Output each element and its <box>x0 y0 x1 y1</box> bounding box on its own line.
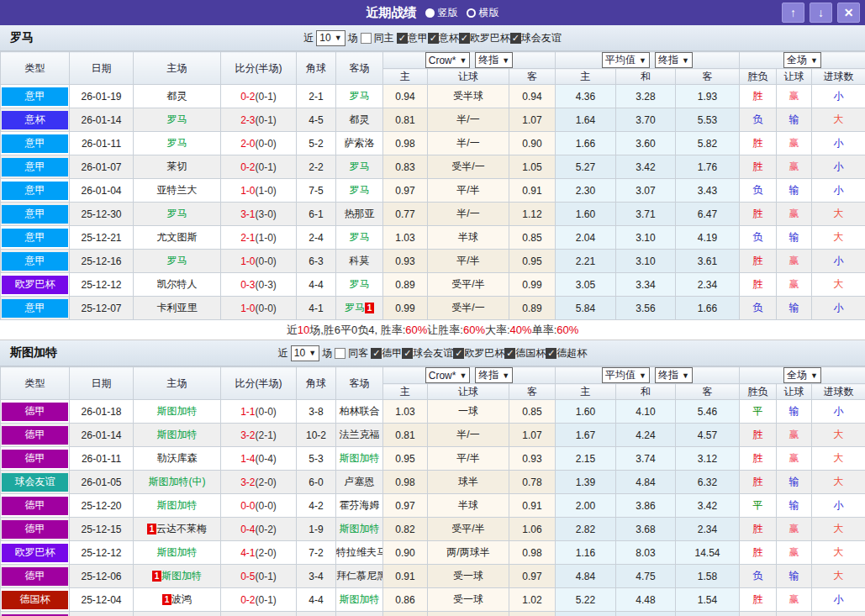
league-checkbox-欧罗巴杯[interactable] <box>459 33 470 44</box>
final-index-select[interactable]: 终指▼ <box>655 367 693 383</box>
col-avg-away: 客 <box>676 384 740 400</box>
league-type-cell: 意杯 <box>1 108 70 132</box>
table-row: 德甲26-01-14斯图加特3-2(2-1)10-2法兰克福0.81半/一1.0… <box>1 424 865 447</box>
away-team-name: 霍芬海姆 <box>340 499 380 511</box>
layout-radio-vertical[interactable]: 竖版 <box>425 6 458 20</box>
col-home: 主场 <box>134 52 221 85</box>
col-avg-home: 主 <box>556 69 616 85</box>
average-select[interactable]: 平均值▼ <box>602 52 650 68</box>
full-match-select[interactable]: 全场▼ <box>783 367 821 383</box>
final-index-select[interactable]: 终指▼ <box>655 52 693 68</box>
date-cell: 26-01-14 <box>70 424 134 447</box>
league-checkbox-label: 球会友谊 <box>413 346 453 361</box>
league-type-badge: 意甲 <box>2 252 68 271</box>
filter-bar: 近 10▼ 场 同主 意甲意杯欧罗巴杯球会友谊 <box>0 30 865 46</box>
league-type-cell: 德甲 <box>1 494 70 518</box>
score-cell: 0-5(0-1) <box>221 565 297 588</box>
league-checkbox-德甲[interactable] <box>371 348 382 359</box>
avg-home-odds: 2.30 <box>556 179 616 203</box>
table-row: 意甲26-01-04亚特兰大1-0(1-0)7-5罗马0.97平/半0.912.… <box>1 179 865 203</box>
result-cell: 胜 <box>740 273 777 297</box>
handicap-result-cell: 赢 <box>777 541 812 565</box>
handicap-cell: 受半/一 <box>428 155 509 179</box>
league-type-cell: 德甲 <box>1 447 70 471</box>
away-team-name: 科莫 <box>350 255 370 266</box>
final-index-select[interactable]: 终指▼ <box>475 367 513 383</box>
goals-result-cell: 大 <box>812 447 865 471</box>
same-venue-checkbox[interactable] <box>361 33 372 44</box>
league-checkbox-德国杯[interactable] <box>504 348 515 359</box>
full-match-select[interactable]: 全场▼ <box>783 52 821 68</box>
fulltime-score: 0-2 <box>240 594 255 606</box>
away-team-name: 萨索洛 <box>345 137 375 149</box>
league-checkbox-意杯[interactable] <box>428 33 439 44</box>
corner-cell: 7-2 <box>297 541 336 565</box>
avg-home-odds: 3.05 <box>556 273 616 297</box>
summary-text: 60% <box>463 324 485 336</box>
corner-cell: 2-2 <box>297 155 336 179</box>
halftime-score: (1-0) <box>256 185 277 197</box>
layout-radio-horizontal[interactable]: 横版 <box>467 6 499 20</box>
close-button[interactable]: ✕ <box>837 3 860 23</box>
handicap-cell: 半/一 <box>428 108 509 132</box>
home-team-cell: 1波鸿 <box>134 588 221 612</box>
date-cell: 26-01-18 <box>70 400 134 424</box>
avg-away-odds: 2.34 <box>676 273 740 297</box>
score-cell: 1-0(0-0) <box>221 250 297 273</box>
scroll-down-button[interactable]: ↓ <box>810 3 832 23</box>
handicap-cell: 半/一 <box>428 424 509 447</box>
avg-away-odds: 1.58 <box>676 565 740 588</box>
league-checkbox-意甲[interactable] <box>397 33 408 44</box>
home-team-cell: 斯图加特 <box>134 494 221 518</box>
average-select[interactable]: 平均值▼ <box>602 367 650 383</box>
avg-home-odds: 2.21 <box>556 250 616 273</box>
result-cell: 负 <box>740 565 777 588</box>
recent-count-select[interactable]: 10▼ <box>291 345 319 361</box>
crow-home-odds: 0.99 <box>383 297 428 320</box>
away-team-name: 卢塞恩 <box>345 476 375 487</box>
col-away: 客场 <box>336 52 383 85</box>
same-venue-checkbox[interactable] <box>335 348 345 359</box>
handicap-result-cell: 赢 <box>777 273 812 297</box>
crow-away-odds: 0.93 <box>509 447 556 471</box>
col-type: 类型 <box>1 367 70 400</box>
col-crow-away: 客 <box>509 69 556 85</box>
bookmaker-select[interactable]: Crow*▼ <box>425 367 471 383</box>
corner-cell: 6-3 <box>297 250 336 273</box>
away-team-cell: 特拉维夫马卡比 <box>336 541 383 565</box>
goals-result-cell: 小 <box>812 179 865 203</box>
crow-away-odds: 0.90 <box>509 132 556 155</box>
chevron-down-icon: ▼ <box>459 371 467 380</box>
avg-home-odds: 4.84 <box>556 565 616 588</box>
league-checkbox-球会友谊[interactable] <box>510 33 521 44</box>
halftime-score: (0-2) <box>256 524 277 535</box>
final-index-select[interactable]: 终指▼ <box>475 52 513 68</box>
corner-cell: 4-1 <box>297 297 336 320</box>
league-checkbox-欧罗巴杯[interactable] <box>453 348 464 359</box>
away-team-name: 斯图加特 <box>340 523 380 534</box>
avg-home-odds: 1.16 <box>556 541 616 565</box>
league-type-badge: 意甲 <box>2 299 68 318</box>
table-row: 意甲26-01-07莱切0-2(0-1)2-2罗马0.83受半/一1.055.2… <box>1 155 865 179</box>
recent-count-select[interactable]: 10▼ <box>316 30 345 46</box>
goals-result-cell: 大 <box>812 424 865 447</box>
avg-draw-odds: 4.10 <box>616 400 676 424</box>
chevron-down-icon: ▼ <box>810 371 818 380</box>
avg-draw-odds: 3.71 <box>616 203 676 226</box>
league-checkbox-球会友谊[interactable] <box>402 348 413 359</box>
home-team-cell: 1云达不莱梅 <box>134 518 221 541</box>
league-checkbox-德超杯[interactable] <box>546 348 556 359</box>
bookmaker-select[interactable]: Crow*▼ <box>425 52 471 68</box>
chevron-down-icon: ▼ <box>459 56 467 65</box>
goals-result-cell: 小 <box>812 297 865 320</box>
home-team-name: 罗马 <box>167 137 187 149</box>
col-avg-draw: 和 <box>616 69 676 85</box>
col-goals: 进球数 <box>812 69 865 85</box>
scroll-up-button[interactable]: ↑ <box>782 3 804 23</box>
crow-away-odds: 0.95 <box>509 250 556 273</box>
halftime-score: (0-4) <box>256 453 277 465</box>
avg-away-odds: 3.12 <box>676 447 740 471</box>
avg-draw-odds: 3.56 <box>616 297 676 320</box>
table-row: 意甲25-12-30罗马3-1(3-0)6-1热那亚0.77半/一1.121.6… <box>1 203 865 226</box>
avg-home-odds: 1.60 <box>556 400 616 424</box>
